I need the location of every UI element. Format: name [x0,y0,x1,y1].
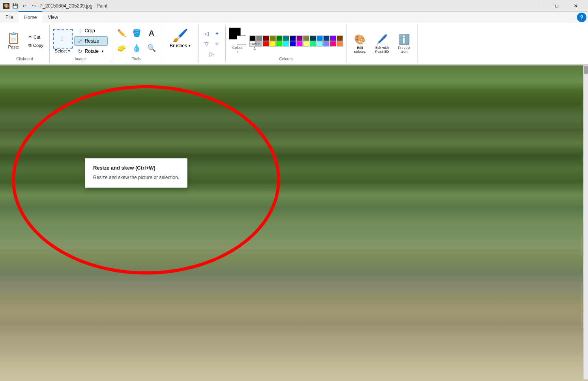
crop-label: Crop [85,28,95,34]
color-swatch-container [229,28,246,45]
resize-icon: ⤢ [78,38,82,44]
arrow-left-shape[interactable]: ◁ [202,29,212,38]
select-dashed-icon: ⬚ [61,37,64,41]
fill-button[interactable]: 🪣 [129,26,144,40]
help-button[interactable]: ? [577,13,586,22]
diamond-shape[interactable]: ✧ [212,39,222,49]
color-cell[interactable] [296,35,303,41]
canvas-area[interactable]: Resize and skew (Ctrl+W) Resize and skew… [0,65,588,381]
color-cell[interactable] [276,41,283,47]
color-cell[interactable] [283,35,289,41]
resize-label: Resize [85,38,99,44]
color-cell[interactable] [270,41,276,47]
tools-group-label: Tools [132,56,141,61]
maximize-button[interactable]: □ [548,0,566,12]
quick-access: 🎨 💾 ↩ ↪ [3,2,38,10]
clipboard-side: Cut Copy [26,33,46,49]
crop-button[interactable]: ⊹ Crop [74,26,108,35]
color-cell[interactable] [310,41,316,47]
palette-row-2 [249,41,343,47]
redo-button[interactable]: ↪ [30,2,38,10]
more-shapes[interactable]: ▷ [207,49,217,59]
extra-buttons-group: 🎨 Edit colours 🖊️ Edit with Paint 3D ℹ️ … [346,24,418,63]
shapes-section: ◁ ✦ ▽ ✧ ▷ [202,29,222,59]
cut-label: Cut [34,35,40,39]
color-cell[interactable] [283,41,289,47]
text-button[interactable]: A [144,26,159,40]
v-scroll-thumb[interactable] [584,66,588,74]
select-button[interactable]: Select ▼ [54,49,71,53]
palette-row-1 [249,35,343,41]
colors-group-label: Colours [279,56,292,61]
color-picker-button[interactable]: 💧 [129,41,144,55]
cut-button[interactable]: Cut [26,33,46,41]
color-cell[interactable] [330,41,336,47]
pencil-button[interactable]: ✏️ [114,26,129,40]
color-cell[interactable] [270,35,276,41]
brushes-label-row: Brushes ▼ [170,43,191,49]
copy-button[interactable]: Copy [26,41,46,49]
color-cell[interactable] [337,35,343,41]
color-cell[interactable] [263,41,269,47]
color-cell[interactable] [290,41,296,47]
select-section: ⬚ Select ▼ [53,29,73,53]
app-icon: 🎨 [3,3,9,9]
brushes-dropdown-arrow: ▼ [188,44,191,48]
color-cell[interactable] [256,35,262,41]
title-bar-left: 🎨 💾 ↩ ↪ P_20150604_205209.jpg - Paint [3,2,107,10]
color-cell[interactable] [290,35,296,41]
image-group-label: Image [75,56,86,61]
image-group-content: ⬚ Select ▼ ⊹ Crop ⤢ Resize [53,26,108,56]
magnifier-button[interactable]: 🔍 [144,41,159,55]
tools-group: ✏️ 🪣 A 🧽 💧 🔍 Tools [111,24,162,63]
product-alert-label: Product alert [396,46,412,54]
edit-colors-button[interactable]: 🎨 Edit colours [350,32,370,56]
color-cell[interactable] [310,35,316,41]
vertical-scrollbar[interactable] [583,65,588,379]
image-group: ⬚ Select ▼ ⊹ Crop ⤢ Resize [50,24,111,63]
color-cell[interactable] [337,41,343,47]
color-cell[interactable] [303,35,309,41]
color-cell[interactable] [303,41,309,47]
clipboard-group: 📋 Paste Cut Copy Clipboard [0,24,50,63]
rotate-icon: ↻ [78,48,82,54]
window-controls: — □ ✕ [529,0,585,12]
tab-home[interactable]: Home [19,11,42,23]
edit-colors-label: Edit colours [352,46,368,54]
select-icon-box[interactable]: ⬚ [53,29,73,49]
help-area: ? [575,12,588,23]
paste-button[interactable]: 📋 Paste [3,31,24,51]
shapes-row3: ▷ [207,49,217,59]
star-shape[interactable]: ✦ [212,29,222,38]
color-cell[interactable] [249,35,256,41]
edit-paint3d-button[interactable]: 🖊️ Edit with Paint 3D [372,32,392,56]
brushes-icon: 🖌️ [172,28,188,43]
rotate-button[interactable]: ↻ Rotate ▼ [74,47,108,56]
color2-label: Colour2 [249,42,260,51]
color-cell[interactable] [330,35,336,41]
color-cell[interactable] [296,41,303,47]
arrow-down-shape[interactable]: ▽ [202,39,212,49]
resize-button[interactable]: ⤢ Resize [74,36,108,46]
undo-button[interactable]: ↩ [21,2,28,10]
save-button[interactable]: 💾 [11,2,19,10]
color-cell[interactable] [263,35,269,41]
edit-colors-icon: 🎨 [354,34,366,45]
color-cell[interactable] [316,35,323,41]
edit-paint3d-icon: 🖊️ [376,34,388,45]
color2-swatch[interactable] [237,35,246,45]
tab-file[interactable]: File [0,12,19,23]
brushes-button[interactable]: 🖌️ Brushes ▼ [165,26,195,50]
clipboard-group-content: 📋 Paste Cut Copy [3,26,46,56]
eraser-button[interactable]: 🧽 [114,41,129,55]
color-cell[interactable] [276,35,283,41]
close-button[interactable]: ✕ [567,0,585,12]
product-alert-button[interactable]: ℹ️ Product alert [394,32,414,56]
color-cell[interactable] [316,41,323,47]
color-cell[interactable] [323,41,330,47]
tab-view[interactable]: View [42,12,64,23]
select-dropdown-arrow: ▼ [67,49,71,53]
minimize-button[interactable]: — [529,0,547,12]
colors-group-content: Colour1 Colour2 [229,26,343,56]
color-cell[interactable] [323,35,330,41]
